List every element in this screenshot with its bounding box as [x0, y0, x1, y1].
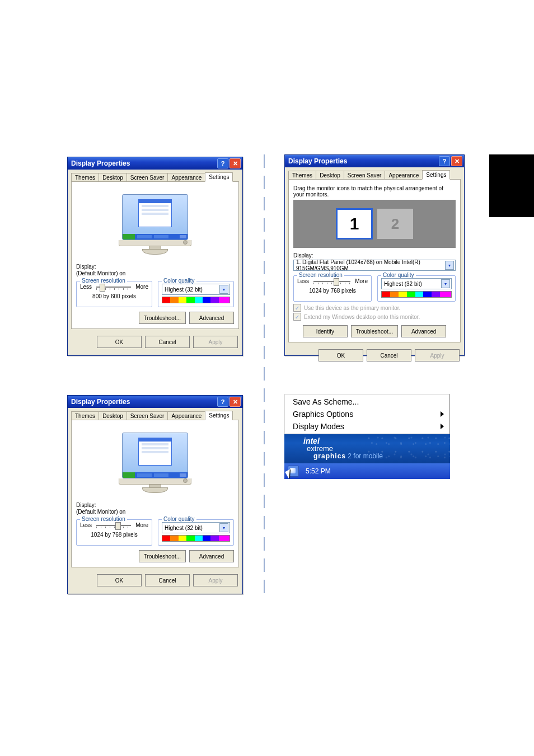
tab-settings[interactable]: Settings [422, 170, 450, 180]
ok-button[interactable]: OK [97, 574, 142, 586]
extend-desktop-label: Extend my Windows desktop onto this moni… [304, 314, 420, 320]
cancel-button[interactable]: Cancel [367, 349, 411, 361]
color-quality-group: Color quality Highest (32 bit) ▾ [377, 275, 456, 302]
tab-settings[interactable]: Settings [205, 172, 233, 182]
menu-graphics-options[interactable]: Graphics Options [285, 408, 449, 420]
resolution-value: 1024 by 768 pixels [80, 532, 148, 538]
tray-menu-cluster: Save As Scheme... Graphics Options Displ… [284, 394, 450, 479]
chevron-down-icon: ▾ [445, 261, 454, 270]
color-quality-select[interactable]: Highest (32 bit) ▾ [162, 522, 230, 533]
display-value: (Default Monitor) on [76, 270, 234, 276]
tab-appearance[interactable]: Appearance [385, 171, 423, 180]
advanced-button[interactable]: Advanced [189, 312, 234, 324]
screen-resolution-group: Screen resolution Less More 1024 by 768 … [76, 519, 152, 546]
primary-monitor-checkbox: ✓ [293, 304, 301, 312]
tab-screen-saver[interactable]: Screen Saver [127, 173, 168, 182]
tab-appearance[interactable]: Appearance [167, 411, 205, 420]
arrow-right-icon [441, 424, 444, 429]
monitor-1-icon[interactable]: 1 [336, 208, 373, 240]
troubleshoot-button[interactable]: Troubleshoot... [139, 312, 186, 324]
close-button[interactable]: ✕ [229, 397, 241, 407]
titlebar: Display Properties ? ✕ [68, 396, 242, 408]
slider-less-label: Less [80, 284, 92, 290]
resolution-slider[interactable] [96, 287, 131, 288]
color-bar [162, 297, 230, 303]
titlebar: Display Properties ? ✕ [68, 157, 242, 170]
monitor-2-icon[interactable]: 2 [377, 209, 413, 239]
menu-display-modes[interactable]: Display Modes [285, 420, 449, 433]
resolution-slider[interactable] [313, 281, 350, 282]
identify-button[interactable]: Identify [303, 325, 348, 337]
display-properties-dialog-2: Display Properties ? ✕ Themes Desktop Sc… [67, 395, 243, 594]
advanced-button[interactable]: Advanced [189, 550, 234, 562]
chevron-down-icon: ▾ [219, 285, 228, 294]
monitor-preview [76, 426, 234, 497]
arrow-right-icon [441, 411, 444, 417]
help-button[interactable]: ? [439, 156, 450, 166]
close-button[interactable]: ✕ [451, 156, 462, 166]
tabs: Themes Desktop Screen Saver Appearance S… [68, 170, 242, 181]
tab-themes[interactable]: Themes [71, 173, 99, 182]
color-bar [381, 291, 452, 298]
display-value: (Default Monitor) on [76, 509, 234, 515]
tab-desktop[interactable]: Desktop [99, 411, 127, 420]
troubleshoot-button[interactable]: Troubleshoot... [139, 550, 186, 562]
cancel-button[interactable]: Cancel [145, 336, 190, 348]
apply-button[interactable]: Apply [193, 574, 238, 586]
context-menu: Save As Scheme... Graphics Options Displ… [284, 394, 450, 434]
screen-resolution-group: Screen resolution Less More 1024 by 768 … [293, 275, 372, 302]
tabs: Themes Desktop Screen Saver Appearance S… [285, 167, 464, 179]
tab-appearance[interactable]: Appearance [167, 173, 205, 182]
display-select[interactable]: 1. Digital Flat Panel (1024x768) on Mobi… [293, 260, 456, 271]
color-quality-value: Highest (32 bit) [165, 287, 219, 293]
apply-button[interactable]: Apply [193, 336, 238, 348]
color-quality-legend: Color quality [381, 272, 416, 278]
titlebar: Display Properties ? ✕ [285, 155, 464, 167]
troubleshoot-button[interactable]: Troubleshoot... [351, 325, 398, 337]
advanced-button[interactable]: Advanced [401, 325, 446, 337]
clock: 5:52 PM [306, 467, 331, 475]
menu-save-scheme[interactable]: Save As Scheme... [285, 396, 449, 408]
color-quality-legend: Color quality [162, 278, 196, 284]
resolution-slider[interactable] [96, 525, 131, 526]
menu-graphics-options-label: Graphics Options [293, 410, 353, 419]
help-button[interactable]: ? [217, 158, 228, 168]
taskbar-clock-area: 5:52 PM [284, 463, 450, 479]
slider-more-label: More [135, 522, 148, 528]
screen-resolution-legend: Screen resolution [80, 278, 127, 284]
ok-button[interactable]: OK [318, 349, 363, 361]
tab-desktop[interactable]: Desktop [316, 171, 344, 180]
color-quality-value: Highest (32 bit) [165, 525, 219, 531]
color-quality-value: Highest (32 bit) [384, 281, 441, 287]
chevron-down-icon: ▾ [441, 279, 450, 288]
window-title: Display Properties [288, 157, 347, 165]
screen-resolution-legend: Screen resolution [80, 516, 127, 522]
color-quality-legend: Color quality [162, 516, 196, 522]
window-title: Display Properties [71, 398, 130, 406]
color-quality-select[interactable]: Highest (32 bit) ▾ [381, 278, 452, 289]
tab-screen-saver[interactable]: Screen Saver [344, 171, 386, 180]
tab-body: Display: (Default Monitor) on Screen res… [71, 420, 239, 567]
ok-button[interactable]: OK [97, 336, 142, 348]
primary-monitor-label: Use this device as the primary monitor. [304, 305, 400, 311]
monitor-arrangement[interactable]: 1 2 [293, 200, 456, 248]
color-bar [162, 535, 230, 542]
color-quality-select[interactable]: Highest (32 bit) ▾ [162, 284, 230, 295]
tab-desktop[interactable]: Desktop [99, 173, 127, 182]
display-label: Display: [293, 252, 456, 259]
tab-screen-saver[interactable]: Screen Saver [127, 411, 168, 420]
tabs: Themes Desktop Screen Saver Appearance S… [68, 408, 242, 420]
apply-button[interactable]: Apply [415, 349, 460, 361]
cancel-button[interactable]: Cancel [145, 574, 190, 586]
color-quality-group: Color quality Highest (32 bit) ▾ [158, 281, 234, 307]
tab-settings[interactable]: Settings [205, 411, 233, 420]
close-button[interactable]: ✕ [229, 158, 241, 168]
display-properties-dialog-3: Display Properties ? ✕ Themes Desktop Sc… [284, 154, 465, 356]
tab-themes[interactable]: Themes [71, 411, 99, 420]
display-label: Display: [76, 502, 234, 508]
tab-body: Drag the monitor icons to match the phys… [288, 179, 461, 342]
extend-desktop-checkbox: ✓ [293, 313, 301, 321]
tab-themes[interactable]: Themes [288, 171, 316, 180]
intel-graphics-banner: intel extreme graphics 2 for mobile [284, 434, 450, 463]
help-button[interactable]: ? [217, 397, 228, 407]
